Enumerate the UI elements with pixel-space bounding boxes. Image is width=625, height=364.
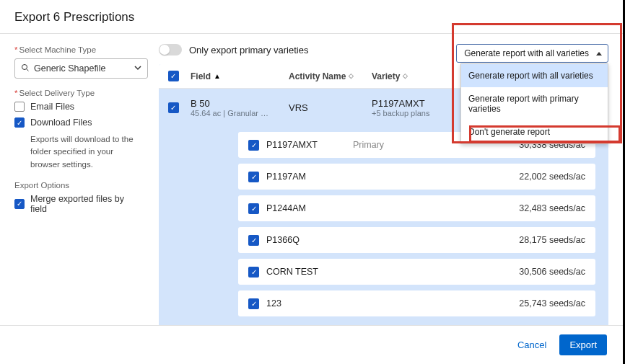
subrow-checkbox[interactable]: ✓ <box>248 172 259 182</box>
subrow-name: P1197AM <box>266 172 353 182</box>
export-button[interactable]: Export <box>559 334 607 355</box>
subrow-name: 123 <box>266 298 353 308</box>
subrow-name: P1244AM <box>266 203 353 213</box>
report-dropdown-menu: Generate report with all varieties Gener… <box>460 63 608 144</box>
field-subtext: 45.64 ac | Granular … <box>191 109 289 117</box>
download-hint: Exports will download to the folder spec… <box>14 133 141 171</box>
subrow-rate: 32,483 seeds/ac <box>403 203 585 213</box>
row-checkbox[interactable]: ✓ <box>168 102 179 113</box>
subrow-checkbox[interactable]: ✓ <box>248 267 259 278</box>
only-primary-toggle[interactable] <box>159 44 182 56</box>
variety-subrow[interactable]: ✓P1197AM22,002 seeds/ac <box>238 164 595 190</box>
sort-icon: ◇ <box>349 73 354 79</box>
chevron-down-icon <box>134 64 141 73</box>
subrow-checkbox[interactable]: ✓ <box>248 235 259 246</box>
field-name: B 50 <box>191 98 289 109</box>
delivery-type-label: Select Delivery Type <box>14 89 141 97</box>
report-option-none[interactable]: Don't generate report <box>461 120 608 143</box>
subrow-checkbox[interactable]: ✓ <box>248 203 259 214</box>
subrow-name: CORN TEST <box>266 267 353 277</box>
subrow-rate: 25,743 seeds/ac <box>403 298 585 308</box>
variety-subrow[interactable]: ✓P1366Q28,175 seeds/ac <box>238 227 595 253</box>
subrow-name: P1197AMXT <box>266 140 353 150</box>
variety-subrow[interactable]: ✓P1244AM32,483 seeds/ac <box>238 195 595 221</box>
variety-subtext: +5 backup plans <box>372 109 466 117</box>
report-option-primary[interactable]: Generate report with primary varieties <box>461 87 608 120</box>
subrow-primary: Primary <box>353 140 403 150</box>
sort-asc-icon: ▲ <box>214 72 221 80</box>
variety-subrow[interactable]: ✓12325,743 seeds/ac <box>238 290 595 316</box>
subrow-rate: 22,002 seeds/ac <box>403 172 585 182</box>
checkbox-empty-icon <box>14 102 25 112</box>
email-files-option[interactable]: Email Files <box>14 102 141 112</box>
merge-files-option[interactable]: ✓ Merge exported files by field <box>14 194 141 214</box>
subrow-checkbox[interactable]: ✓ <box>248 140 259 151</box>
search-icon <box>21 63 30 74</box>
subrow-checkbox[interactable]: ✓ <box>248 298 259 309</box>
machine-type-select[interactable]: Generic Shapefile <box>14 58 148 79</box>
subrow-name: P1366Q <box>266 235 353 245</box>
col-field[interactable]: Field▲ <box>188 71 289 81</box>
cancel-button[interactable]: Cancel <box>517 339 546 350</box>
report-dropdown-button[interactable]: Generate report with all varieties <box>456 44 608 63</box>
dialog-title: Export 6 Prescriptions <box>0 0 623 34</box>
export-sidebar: Select Machine Type Generic Shapefile Se… <box>0 34 152 322</box>
col-activity[interactable]: Activity Name◇ <box>289 71 372 81</box>
checkbox-checked-icon: ✓ <box>14 199 25 209</box>
report-option-all[interactable]: Generate report with all varieties <box>461 64 608 87</box>
export-options-label: Export Options <box>14 181 141 190</box>
machine-type-value: Generic Shapefile <box>34 63 105 74</box>
col-variety[interactable]: Variety◇ <box>372 71 466 81</box>
machine-type-label: Select Machine Type <box>14 45 141 54</box>
svg-point-0 <box>22 64 27 69</box>
activity-name: VRS <box>289 102 372 113</box>
only-primary-label: Only export primary varieties <box>189 45 308 56</box>
svg-line-1 <box>27 68 29 71</box>
variety-name: P1197AMXT <box>372 98 466 109</box>
select-all-checkbox[interactable]: ✓ <box>168 71 179 81</box>
download-files-option[interactable]: ✓ Download Files <box>14 117 141 128</box>
subrow-rate: 28,175 seeds/ac <box>403 235 585 245</box>
variety-subrow[interactable]: ✓CORN TEST30,506 seeds/ac <box>238 259 595 285</box>
checkbox-checked-icon: ✓ <box>14 117 25 128</box>
sort-icon: ◇ <box>403 73 408 79</box>
dialog-footer: Cancel Export <box>0 325 623 364</box>
subrow-rate: 30,506 seeds/ac <box>403 267 585 277</box>
